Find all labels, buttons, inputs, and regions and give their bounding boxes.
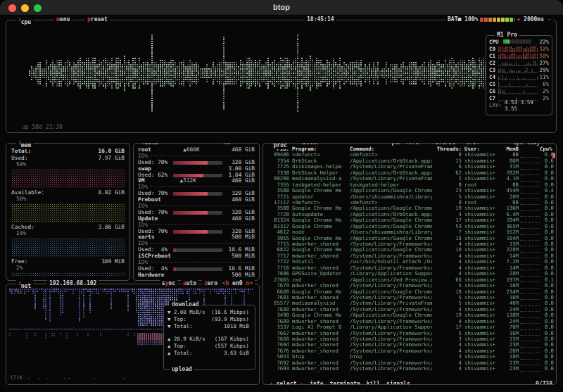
proc-mem: 552M: [500, 229, 519, 235]
proc-cpu: 0.0: [540, 289, 554, 295]
process-row[interactable]: 7667mdworker_shared/System/Library/Frame…: [267, 331, 554, 336]
process-row[interactable]: 6680Google Chrome He/Applications/Google…: [267, 289, 554, 295]
mem-box-label: 2mem: [16, 139, 33, 149]
process-row[interactable]: 7668mdworker_shared/System/Library/Frame…: [267, 336, 554, 342]
col-program[interactable]: Program:: [292, 146, 347, 152]
download-stat-line: ▼ 2.08 MiB/s (16.6 Mibps): [167, 309, 252, 316]
process-row[interactable]: 7692mdworker_shared/System/Library/Frame…: [267, 360, 554, 366]
col-cpu[interactable]: Cpu% +: [540, 146, 554, 152]
process-row[interactable]: 7694mdworker_shared/System/Library/Frame…: [267, 342, 554, 348]
process-row[interactable]: 85577mediaanalysisd/System/Library/Priva…: [267, 301, 554, 306]
mem-stat-row: Used:7.97 GiB: [11, 155, 125, 162]
menu-button[interactable]: menu: [54, 16, 72, 23]
sort-selector[interactable]: < cpu lazy >: [504, 143, 549, 146]
col-user[interactable]: User:: [464, 146, 500, 152]
process-row[interactable]: 7355taskgated-helpertaskgated-helper0roo…: [267, 182, 554, 188]
disk-size: 500 MiB: [232, 272, 255, 279]
process-row[interactable]: 98298mediaanalysisd-a/System/Library/Pri…: [267, 176, 554, 182]
process-row[interactable]: 7688mdworker_shared/System/Library/Frame…: [267, 307, 554, 312]
process-row[interactable]: 7689mdworker_shared/System/Library/Frame…: [267, 319, 554, 324]
proc-command: taskgated-helper: [350, 182, 432, 188]
process-row[interactable]: 7693mdworker_shared/System/Library/Frame…: [267, 366, 554, 372]
process-row[interactable]: 7338OrbStack Helper/Applications/OrbStac…: [267, 170, 554, 176]
process-row[interactable]: 81324Google Chrome He/Applications/Googl…: [267, 217, 554, 223]
process-row[interactable]: 7722hdiutil/usr/bin/hdiutil attach /User…: [267, 259, 554, 265]
process-row[interactable]: 81317Google Chrome/Applications/Google C…: [267, 224, 554, 229]
process-row[interactable]: 7720Autoupdate/Applications/OrbStack.app…: [267, 212, 554, 217]
process-row[interactable]: 7681mdworker_shared/System/Library/Frame…: [267, 295, 554, 301]
col-command[interactable]: Command:: [350, 146, 432, 152]
core-usage-graph: [498, 46, 538, 52]
process-row[interactable]: 7717mdworker_shared/System/Library/Frame…: [267, 253, 554, 259]
process-row[interactable]: 7676mdworker_shared/System/Library/Frame…: [267, 348, 554, 354]
preset-button[interactable]: preset: [85, 16, 110, 23]
proc-pid: 7354: [267, 158, 289, 164]
process-row[interactable]: 6822Google Chrome He/Applications/Google…: [267, 247, 554, 253]
proc-mem: 0B: [500, 152, 519, 158]
per-core-button[interactable]: per-core: [389, 143, 421, 146]
process-row[interactable]: 7354OrbStack/Applications/OrbStack.app/C…: [267, 158, 554, 164]
proc-cpu: 0.0: [540, 170, 554, 176]
kill-button[interactable]: kill: [367, 381, 380, 385]
process-row[interactable]: 7679mdworker_shared/System/Library/Frame…: [267, 283, 554, 289]
disk-name-row: root▲608K460 GiB: [138, 147, 255, 153]
disk-size: 460 GiB: [232, 147, 255, 153]
reverse-button[interactable]: reverse: [429, 143, 457, 146]
proc-user: shivammis+: [464, 194, 500, 200]
proc-program: Google Chrome He: [292, 217, 347, 223]
process-row[interactable]: 7721updater/Users/shivammishra/Library/C…: [267, 194, 554, 200]
proc-cpu: 0.0: [540, 212, 554, 217]
col-threads[interactable]: Threads:: [434, 146, 462, 152]
net-device-switch[interactable]: <b en0 n>: [220, 280, 255, 287]
process-row[interactable]: 4612node/Users/shivammishra/Library/Cach…: [267, 229, 554, 235]
process-row[interactable]: 3588Google Chrome He/Applications/Google…: [267, 188, 554, 194]
process-row[interactable]: 3337Logi AI Prompt B/Library/Application…: [267, 324, 554, 330]
process-row[interactable]: 27665zed/Applications/Zed Preview.app/Co…: [267, 277, 554, 283]
tree-button[interactable]: tree: [464, 143, 481, 146]
proc-program: diskimages-helpe: [292, 164, 347, 170]
proc-cpu: 0.0: [540, 229, 554, 235]
proc-command: /System/Library/Frameworks/CoreServi: [350, 348, 432, 354]
interval-minus-button[interactable]: -: [545, 16, 553, 23]
col-mem[interactable]: MemB: [500, 146, 519, 152]
proc-user: shivammis+: [464, 265, 500, 271]
disk-name: Hardware: [138, 272, 165, 279]
disk-activity: ▲608K: [151, 147, 232, 153]
proc-cpu: 0.4: [540, 188, 554, 194]
proc-threads: 0: [434, 182, 462, 188]
cpu-box-label: 1cpu: [16, 16, 33, 26]
zero-button[interactable]: zero: [202, 280, 220, 287]
proc-mem: 28M: [500, 271, 519, 277]
proc-pid: 7679: [267, 283, 289, 289]
info-button[interactable]: info: [310, 381, 323, 385]
io-mode-button[interactable]: io: [221, 143, 232, 146]
proc-threads: 53: [434, 224, 462, 229]
process-row[interactable]: 7725diskimages-helpe/System/Library/Priv…: [267, 164, 554, 170]
select-control[interactable]: ↑ select ↓: [270, 381, 303, 385]
proc-cpu-graph: [520, 301, 540, 306]
process-row[interactable]: 89486<defunct><defunct>0shivammis+0B0.0: [267, 152, 554, 158]
cpu-core-row: C56%: [489, 80, 549, 87]
proc-command: /System/Library/Frameworks/CoreServi: [350, 265, 432, 271]
process-row[interactable]: 7716mdworker_shared/System/Library/Frame…: [267, 265, 554, 271]
process-row[interactable]: 3580Google Chrome He/Applications/Google…: [267, 206, 554, 211]
proc-scrollbar[interactable]: [552, 153, 555, 158]
proc-user: root: [464, 182, 500, 188]
filter-button[interactable]: filter: [297, 143, 322, 146]
auto-button[interactable]: auto: [181, 280, 198, 287]
proc-command: /System/Library/Frameworks/CoreServi: [350, 253, 432, 259]
terminate-button[interactable]: terminate: [329, 381, 360, 385]
process-row[interactable]: 17117<defunct><defunct>0root0B0.0: [267, 200, 554, 206]
sync-button[interactable]: sync: [160, 280, 177, 287]
mem-stat-percent: 24%: [11, 230, 125, 236]
process-row[interactable]: 3498Google Chrome He/Applications/Google…: [267, 312, 554, 318]
signals-button[interactable]: signals: [386, 381, 410, 385]
proc-threads: 4: [434, 366, 462, 372]
process-row[interactable]: 5053btopbtop3shivammis+18M0.0: [267, 354, 554, 360]
proc-command: <defunct>: [350, 200, 432, 206]
process-row[interactable]: 3955Google Chrome He/Applications/Google…: [267, 236, 554, 241]
process-row[interactable]: 7686GPGSuite_Updater/Library/Application…: [267, 271, 554, 277]
process-row[interactable]: 7715mdworker_shared/System/Library/Frame…: [267, 241, 554, 247]
cpu-total-row: CPU 22%: [489, 38, 549, 45]
proc-cpu-graph: [520, 182, 540, 187]
